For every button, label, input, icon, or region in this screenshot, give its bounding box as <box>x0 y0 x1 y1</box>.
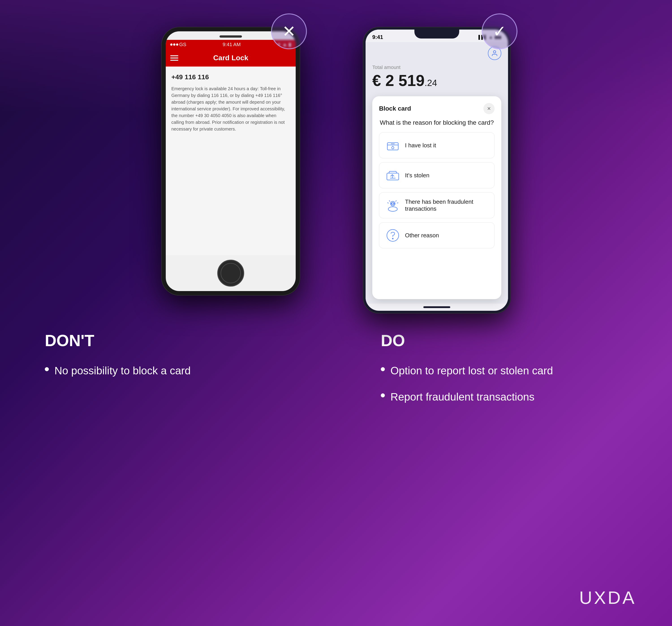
home-indicator <box>423 306 450 308</box>
dont-item-1: No possibility to block a card <box>45 363 291 378</box>
card-lock-title: Card Lock <box>213 54 248 62</box>
old-time: 9:41 AM <box>223 42 241 47</box>
hamburger-icon[interactable] <box>170 55 178 61</box>
bullet-dot-1 <box>45 367 49 371</box>
modal-question: What is the reason for blocking the card… <box>379 119 495 127</box>
dont-column: DON'T No possibility to block a card <box>45 331 291 416</box>
dont-item-1-text: No possibility to block a card <box>54 363 191 378</box>
fraud-icon <box>385 198 401 213</box>
svg-point-3 <box>391 146 394 149</box>
good-badge: ✓ <box>482 14 518 49</box>
new-phone-inner: 9:41 ▌▌▌ ▲ ▮▮▮ <box>365 29 508 311</box>
new-time: 9:41 <box>372 34 383 40</box>
main-container: ✕ GS <box>0 0 672 626</box>
old-phone: GS 9:41 AM ✦ ▲ ▮ <box>161 27 300 296</box>
option-stolen-text: It's stolen <box>405 172 429 179</box>
bullet-dot-do-1 <box>381 367 385 371</box>
bottom-section: DON'T No possibility to block a card DO … <box>0 314 672 429</box>
home-button[interactable] <box>217 260 244 286</box>
signal-dot-1 <box>170 44 172 46</box>
dont-list: No possibility to block a card <box>45 363 291 378</box>
bullet-dot-do-2 <box>381 393 385 397</box>
dont-heading: DON'T <box>45 331 291 350</box>
old-phone-content: +49 116 116 Emergency lock is available … <box>166 67 296 255</box>
account-icon-row <box>372 47 501 60</box>
phone-number: +49 116 116 <box>171 73 290 81</box>
option-fraud[interactable]: There has been fraudulent transactions <box>379 192 495 218</box>
do-list: Option to report lost or stolen card Rep… <box>381 363 627 404</box>
do-item-2-text: Report fraudulent transactions <box>390 389 534 404</box>
modal-close-button[interactable]: × <box>483 103 495 114</box>
stolen-icon <box>385 168 401 183</box>
option-lost[interactable]: I have lost it <box>379 132 495 158</box>
svg-point-11 <box>392 238 393 239</box>
option-lost-text: I have lost it <box>405 142 436 149</box>
modal-header: Block card × <box>379 103 495 114</box>
other-icon <box>385 227 401 243</box>
status-left: GS <box>170 42 186 47</box>
left-phone-wrapper: ✕ GS <box>161 27 300 296</box>
new-phone: 9:41 ▌▌▌ ▲ ▮▮▮ <box>363 27 511 314</box>
old-phone-header: Card Lock <box>166 49 296 67</box>
option-fraud-text: There has been fraudulent transactions <box>405 198 489 212</box>
total-amount-cents: .24 <box>425 78 437 88</box>
signal-dot-3 <box>176 44 178 46</box>
checkmark-icon: ✓ <box>493 23 506 40</box>
modal-title: Block card <box>379 105 411 112</box>
signal-dots <box>170 44 178 46</box>
do-item-1-text: Option to report lost or stolen card <box>390 363 553 378</box>
total-amount-label: Total amount <box>372 65 501 70</box>
svg-rect-5 <box>387 173 399 180</box>
total-amount-value: € 2 519.24 <box>372 72 501 90</box>
block-card-modal: Block card × What is the reason for bloc… <box>372 96 501 299</box>
old-phone-inner: GS 9:41 AM ✦ ▲ ▮ <box>166 31 296 291</box>
bad-badge: ✕ <box>271 14 307 49</box>
svg-point-8 <box>391 203 392 204</box>
uxda-logo: UXDA <box>579 587 636 608</box>
right-phone-wrapper: ✓ 9:41 ▌▌▌ ▲ ▮▮▮ <box>363 27 511 314</box>
hamburger-line-2 <box>170 57 178 58</box>
speaker <box>219 35 242 37</box>
do-item-1: Option to report lost or stolen card <box>381 363 627 378</box>
signal-dot-2 <box>173 44 175 46</box>
carrier-text: GS <box>179 42 186 47</box>
svg-point-0 <box>494 51 496 53</box>
do-item-2: Report fraudulent transactions <box>381 389 627 404</box>
emergency-text: Emergency lock is available 24 hours a d… <box>171 85 290 132</box>
x-icon: ✕ <box>282 23 296 40</box>
hamburger-line-3 <box>170 60 178 61</box>
lost-icon <box>385 137 401 153</box>
svg-point-7 <box>388 207 398 211</box>
do-column: DO Option to report lost or stolen card … <box>381 331 627 416</box>
hamburger-line-1 <box>170 55 178 56</box>
do-heading: DO <box>381 331 627 350</box>
option-other-text: Other reason <box>405 232 439 239</box>
notch <box>414 29 459 39</box>
svg-point-9 <box>393 203 394 204</box>
home-button-inner <box>221 263 241 283</box>
new-phone-bg: Total amount € 2 519.24 Block card × Wha… <box>365 42 508 304</box>
option-stolen[interactable]: It's stolen <box>379 162 495 188</box>
phones-section: ✕ GS <box>0 27 672 314</box>
option-other[interactable]: Other reason <box>379 222 495 248</box>
